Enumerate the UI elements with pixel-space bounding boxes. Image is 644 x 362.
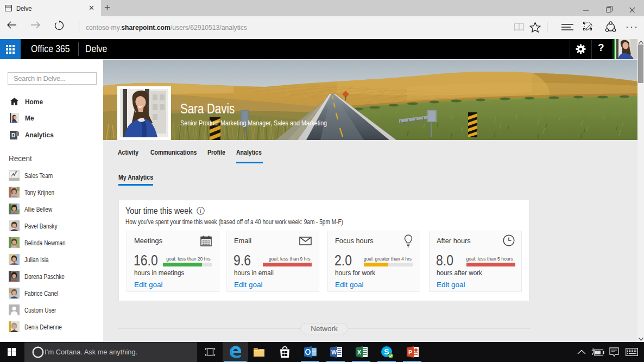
svg-text:W: W	[331, 349, 337, 355]
svg-text:X: X	[357, 349, 361, 355]
svg-text:P: P	[408, 349, 412, 355]
svg-text:D: D	[11, 132, 15, 138]
